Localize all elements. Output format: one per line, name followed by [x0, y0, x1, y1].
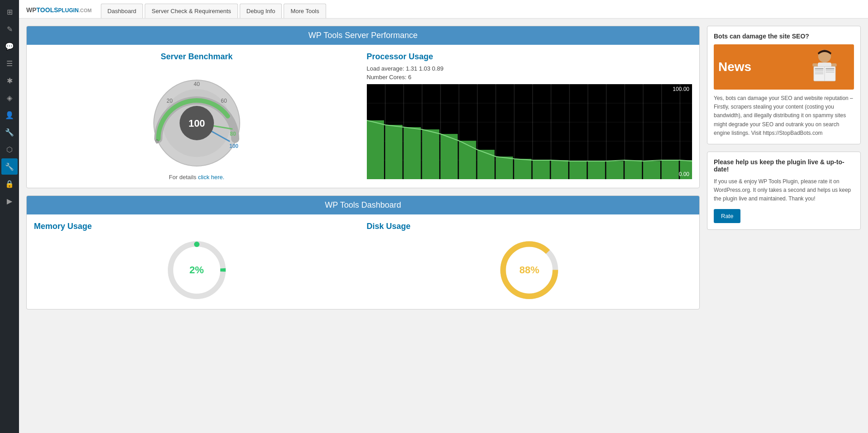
processor-chart-svg [367, 84, 693, 179]
svg-rect-64 [815, 72, 824, 73]
benchmark-title: Server Benchmark [161, 52, 232, 62]
rate-card-body: If you use & enjoy WP Tools Plugin, plea… [714, 177, 854, 204]
processor-title: Processor Usage [367, 52, 693, 62]
right-sidebar: Bots can damage the site SEO? News [707, 26, 861, 230]
gauge-svg: 0 20 40 60 80 100 [147, 69, 247, 168]
logo-tools: TOOLS [37, 6, 58, 14]
logo: WPTOOLSPLUGIN.COM [26, 6, 92, 18]
gauge-details: For details click here. [169, 174, 224, 181]
dashboard-icon[interactable]: ⊞ [1, 4, 18, 20]
panels-left: WP Tools Server Performance Server Bench… [26, 26, 700, 309]
svg-rect-46 [606, 161, 623, 179]
top-bar: WPTOOLSPLUGIN.COM Dashboard Server Check… [19, 0, 868, 19]
svg-rect-49 [661, 160, 678, 179]
play-icon[interactable]: ▶ [1, 193, 18, 209]
gauge-click-here-link[interactable]: click here. [198, 174, 225, 181]
bots-card-body: Yes, bots can damage your SEO and websit… [714, 94, 854, 138]
logo-plugin: PLUGIN [58, 7, 79, 14]
svg-rect-68 [826, 72, 835, 73]
svg-point-53 [194, 242, 199, 247]
processor-chart: 100.00 0.00 [367, 84, 693, 179]
edit-icon[interactable]: ✎ [1, 21, 18, 37]
svg-rect-36 [422, 129, 439, 179]
appearance-icon[interactable]: ◈ [1, 90, 18, 106]
svg-text:40: 40 [194, 81, 200, 87]
rate-card-title: Please help us keep the plugin live & up… [714, 158, 854, 173]
svg-rect-38 [459, 141, 476, 179]
tab-debug-info[interactable]: Debug Info [240, 4, 282, 18]
page-body: WP Tools Server Performance Server Bench… [19, 19, 868, 317]
svg-text:0: 0 [155, 138, 158, 145]
settings-icon[interactable]: 🔧 [1, 124, 18, 140]
svg-rect-33 [367, 120, 384, 179]
svg-rect-67 [826, 70, 835, 71]
plugins-icon[interactable]: ⬡ [1, 141, 18, 157]
svg-rect-63 [815, 70, 824, 71]
svg-rect-42 [532, 160, 550, 179]
processor-load-avg: Load average: 1.31 1.03 0.89 [367, 65, 693, 72]
bots-card-title: Bots can damage the site SEO? [714, 33, 854, 40]
main-content: WPTOOLSPLUGIN.COM Dashboard Server Check… [19, 0, 868, 433]
svg-rect-39 [477, 150, 494, 179]
comments-icon[interactable]: 💬 [1, 38, 18, 54]
wp-tools-icon[interactable]: 🔧 [1, 158, 18, 175]
server-performance-header: WP Tools Server Performance [27, 26, 699, 45]
chart-label-bottom: 0.00 [679, 171, 689, 177]
memory-value: 2% [190, 264, 204, 276]
news-figure-svg [809, 49, 840, 85]
logo-wp: WP [26, 6, 37, 14]
memory-column: Memory Usage 2% [34, 222, 360, 302]
rate-card: Please help us keep the plugin live & up… [707, 152, 861, 230]
gauge-container: 0 20 40 60 80 100 [147, 69, 247, 168]
bots-info-card: Bots can damage the site SEO? News [707, 26, 861, 144]
svg-rect-40 [496, 157, 513, 179]
svg-rect-47 [625, 160, 642, 179]
svg-rect-59 [831, 63, 837, 67]
tab-server-check[interactable]: Server Check & Requirements [145, 4, 238, 18]
svg-rect-34 [385, 125, 402, 179]
svg-rect-48 [643, 161, 660, 179]
svg-text:100: 100 [229, 143, 238, 149]
svg-rect-65 [815, 73, 824, 74]
svg-rect-44 [569, 161, 586, 179]
svg-text:100: 100 [188, 118, 205, 129]
users-icon[interactable]: 👤 [1, 107, 18, 123]
svg-rect-43 [551, 160, 568, 179]
svg-rect-41 [514, 159, 531, 179]
news-label: News [718, 60, 751, 74]
server-performance-panel: WP Tools Server Performance Server Bench… [26, 26, 700, 188]
svg-rect-62 [815, 68, 824, 70]
svg-text:60: 60 [221, 98, 227, 104]
dashboard-header: WP Tools Dashboard [27, 196, 699, 214]
nav-tabs: Dashboard Server Check & Requirements De… [101, 4, 326, 18]
svg-rect-58 [812, 63, 818, 67]
benchmark-column: Server Benchmark [34, 52, 360, 181]
lock-icon[interactable]: 🔒 [1, 176, 18, 192]
disk-donut: 88% [498, 238, 561, 302]
pages-icon[interactable]: ☰ [1, 55, 18, 71]
svg-rect-35 [403, 127, 421, 179]
svg-text:80: 80 [230, 131, 236, 137]
svg-text:20: 20 [166, 98, 173, 104]
feedback-icon[interactable]: ✱ [1, 72, 18, 89]
disk-value: 88% [519, 264, 539, 276]
memory-title: Memory Usage [34, 222, 92, 231]
dashboard-panel: WP Tools Dashboard Memory Usage [26, 195, 700, 309]
disk-title: Disk Usage [367, 222, 411, 231]
disk-column: Disk Usage 88% [367, 222, 693, 302]
svg-rect-66 [826, 68, 835, 70]
svg-rect-45 [588, 161, 605, 179]
svg-rect-37 [440, 134, 457, 179]
server-performance-body: Server Benchmark [27, 45, 699, 188]
dashboard-body: Memory Usage 2% [27, 214, 699, 309]
tab-dashboard[interactable]: Dashboard [101, 4, 143, 18]
tab-more-tools[interactable]: More Tools [284, 4, 326, 18]
logo-com: .COM [79, 8, 92, 13]
chart-label-top: 100.00 [673, 86, 689, 92]
processor-cores: Number Cores: 6 [367, 74, 693, 81]
processor-column: Processor Usage Load average: 1.31 1.03 … [367, 52, 693, 181]
left-sidebar: ⊞ ✎ 💬 ☰ ✱ ◈ 👤 🔧 ⬡ 🔧 🔒 ▶ [0, 0, 19, 433]
gauge-details-text: For details [169, 174, 198, 181]
rate-button[interactable]: Rate [714, 209, 740, 223]
memory-donut: 2% [165, 238, 228, 302]
